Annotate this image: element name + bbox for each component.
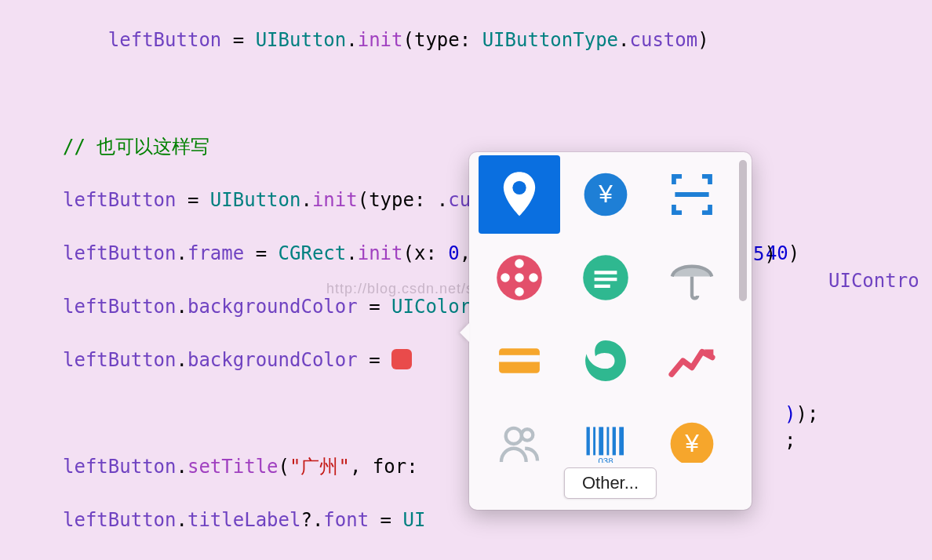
- svg-rect-17: [587, 427, 590, 455]
- code-trail: ;: [785, 430, 795, 452]
- svg-text:¥: ¥: [684, 429, 699, 457]
- other-button[interactable]: Other...: [564, 467, 657, 499]
- asset-grid: ¥ 038 ¥ ¥: [479, 155, 733, 463]
- people-outline-icon[interactable]: [479, 405, 560, 463]
- color-swatch-red[interactable]: [391, 349, 412, 369]
- svg-point-6: [515, 259, 524, 268]
- code-editor[interactable]: leftButton = UIButton.init(type: UIButto…: [0, 0, 932, 560]
- credit-card-icon[interactable]: [479, 322, 560, 400]
- code-line: [63, 80, 932, 107]
- svg-text:¥: ¥: [598, 180, 613, 208]
- asset-picker-popover: ¥ 038 ¥ ¥: [469, 152, 752, 510]
- yen-circle-orange-icon[interactable]: ¥: [651, 405, 733, 463]
- umbrella-icon[interactable]: [651, 238, 733, 317]
- barcode-icon[interactable]: 038: [565, 405, 646, 463]
- popover-scrollbar[interactable]: [739, 160, 747, 301]
- svg-point-8: [501, 273, 510, 282]
- svg-point-5: [515, 273, 524, 282]
- svg-rect-21: [613, 427, 616, 455]
- svg-point-15: [506, 428, 522, 444]
- hand-message-icon[interactable]: [565, 238, 646, 317]
- code-trail: ));: [785, 403, 818, 425]
- svg-point-14: [610, 344, 620, 353]
- code-line: leftButton.titleLabel?.font = UI: [63, 507, 932, 533]
- code-trail: 5): [753, 243, 776, 265]
- svg-rect-18: [593, 427, 595, 455]
- svg-point-9: [529, 273, 538, 282]
- svg-rect-20: [606, 427, 609, 455]
- film-reel-icon[interactable]: [479, 238, 560, 317]
- code-trail: UIContro: [828, 270, 919, 292]
- yen-circle-blue-icon[interactable]: ¥: [565, 155, 646, 234]
- scan-frame-icon[interactable]: [651, 155, 733, 234]
- svg-text:038: 038: [598, 456, 613, 463]
- code-line: leftButton = UIButton.init(type: UIButto…: [63, 27, 932, 53]
- svg-rect-13: [499, 355, 540, 362]
- svg-rect-19: [599, 427, 603, 455]
- svg-point-7: [515, 287, 524, 296]
- activity-figure-icon[interactable]: [565, 322, 646, 400]
- location-pin-icon[interactable]: [479, 155, 560, 234]
- svg-point-16: [522, 429, 533, 440]
- svg-point-0: [512, 181, 526, 195]
- trend-chart-icon[interactable]: [651, 322, 733, 400]
- svg-rect-22: [619, 427, 624, 455]
